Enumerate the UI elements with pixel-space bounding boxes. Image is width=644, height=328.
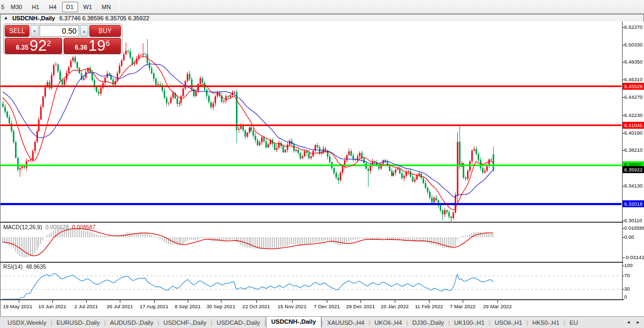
buy-button[interactable]: BUY	[89, 25, 121, 37]
timeframe-button-m30[interactable]: M30	[6, 2, 26, 12]
price-axis-label: 6.46310	[624, 76, 644, 83]
time-axis-label: 15 Nov 2021	[275, 303, 309, 309]
price-axis-label: 6.34130	[624, 182, 644, 189]
price-axis-label: 6.48350	[624, 58, 644, 65]
bid-price-big: 92	[29, 38, 47, 53]
chart-tab-uk100-h1[interactable]: UK100-,H1	[450, 318, 489, 327]
timeframe-button-mn[interactable]: MN	[97, 2, 115, 12]
volume-increase-button[interactable]: ▲	[80, 25, 88, 37]
ask-price-small: 6.36	[75, 44, 87, 51]
chart-tab-hk50-h1[interactable]: HK50-,H1	[528, 318, 564, 327]
chevron-up-icon: ▲	[82, 29, 86, 33]
chart-caption: ▲ USDCNH-,Daily 6.37746 6.38596 6.35705 …	[0, 14, 644, 21]
macd-signal-value: 0.008587	[72, 224, 96, 230]
chart-title: USDCNH-,Daily	[12, 15, 55, 21]
macd-value: 0.005628	[45, 224, 69, 230]
timeframe-toolbar: 5M30H1H4D1W1MN	[0, 0, 644, 14]
price-line-badge: 6.45528	[623, 83, 644, 90]
toolbar-divider	[119, 2, 119, 12]
chart-tab-usdchf-daily[interactable]: USDCHF-,Daily	[159, 318, 211, 327]
chart-tab-usdcnh-daily[interactable]: USDCNH-,Daily	[266, 316, 321, 328]
last-price-badge: 6.35922	[623, 166, 644, 173]
tab-scroll-left-icon[interactable]: ◄	[625, 319, 632, 326]
time-axis-label: 26 Jul 2021	[103, 303, 137, 309]
tab-scroll-right-icon[interactable]: ►	[634, 319, 642, 326]
bid-price-pip: 2	[47, 40, 51, 47]
time-axis-label: 22 Oct 2021	[239, 303, 273, 309]
timeframe-button-d1[interactable]: D1	[62, 2, 78, 12]
time-axis-label: 10 Jun 2021	[35, 303, 70, 309]
ask-price-panel[interactable]: 6.36 19 6	[64, 38, 121, 54]
chart-tab-ukoil-h4[interactable]: UKOil-,H4	[370, 318, 407, 327]
price-axis-label: 6.40190	[624, 129, 644, 136]
time-axis-label: 29 Mar 2022	[480, 303, 515, 309]
price-axis-label: 6.38210	[624, 146, 644, 153]
chart-tab-audusd-daily[interactable]: AUDUSD-,Daily	[106, 318, 158, 327]
rsi-name: RSI(14)	[3, 263, 22, 270]
ask-price-pip: 6	[105, 40, 110, 47]
time-axis-label: 8 Sep 2021	[171, 303, 205, 309]
time-axis-label: 20 Jan 2022	[378, 303, 412, 309]
price-axis-label: 6.30110	[624, 217, 644, 224]
collapse-triangle-icon[interactable]: ▲	[4, 15, 8, 21]
chart-tab-dj30-daily[interactable]: DJ30-,Daily	[408, 318, 448, 327]
ask-price-big: 19	[88, 38, 105, 53]
time-axis-label: 17 Aug 2021	[137, 303, 171, 309]
timeframe-button-h1[interactable]: H1	[27, 2, 43, 12]
bid-price-small: 6.35	[16, 44, 28, 51]
rsi-axis-100: 100	[624, 262, 644, 269]
volume-dropdown-button[interactable]: ▼	[30, 25, 39, 37]
rsi-axis-0: 0	[624, 293, 644, 300]
price-axis-label: 6.42230	[624, 112, 644, 119]
tab-scroll-buttons: ◄►	[625, 319, 644, 326]
chart-tab-usdcad-daily[interactable]: USDCAD-,Daily	[212, 318, 264, 327]
time-axis-label: 11 Feb 2022	[412, 303, 446, 309]
rsi-indicator-label: RSI(14) 48.9635	[3, 263, 46, 270]
macd-axis-zero-label: 0.00	[624, 233, 644, 240]
chart-area[interactable]: SELL ▼ ▲ BUY 6.35 92 2 6.36 19 6 MACD(	[0, 21, 644, 316]
chart-tab-usoil-h1[interactable]: USOil-,H1	[490, 318, 527, 327]
time-axis-label: 7 Mar 2022	[446, 303, 480, 309]
one-click-trading-panel: SELL ▼ ▲ BUY 6.35 92 2 6.36 19 6	[3, 24, 122, 54]
chevron-down-icon: ▼	[33, 29, 36, 33]
chart-tab-usdx-weekly[interactable]: USDX,Weekly	[3, 318, 51, 327]
price-axis-label: 6.44270	[624, 93, 644, 100]
rsi-axis-70: 70	[624, 272, 644, 279]
chart-tab-xauusd-h4[interactable]: XAUUSD-,H4	[323, 318, 369, 327]
chart-tab-eurusd-daily[interactable]: EURUSD-,Daily	[52, 318, 104, 327]
macd-axis-max-label: 0.016586	[624, 224, 644, 231]
bid-price-panel[interactable]: 6.35 92 2	[5, 38, 62, 54]
time-axis-label: 7 Dec 2021	[310, 303, 344, 309]
price-chart-canvas[interactable]	[1, 21, 644, 316]
price-axis-label: 6.52370	[624, 24, 644, 30]
time-axis-label: 2 Jul 2021	[69, 303, 103, 309]
macd-axis-min-label: -0.031421	[624, 254, 644, 261]
time-axis-label: 30 Sep 2021	[204, 303, 238, 309]
time-axis-label: 29 Dec 2021	[343, 303, 378, 309]
time-axis-label: 19 May 2021	[1, 303, 35, 309]
chart-ohlc-values: 6.37746 6.38596 6.35705 6.35922	[59, 15, 149, 21]
sell-button[interactable]: SELL	[5, 25, 29, 37]
volume-input[interactable]	[40, 25, 79, 37]
chart-tab-bar: USDX,Weekly|EURUSD-,Daily|AUDUSD-,Daily|…	[0, 316, 644, 328]
macd-name: MACD(12,26,9)	[3, 224, 42, 230]
rsi-value: 48.9635	[26, 263, 46, 270]
timeframe-button-w1[interactable]: W1	[79, 2, 97, 12]
price-line-badge: 6.41045	[623, 122, 644, 129]
rsi-axis-30: 30	[624, 285, 644, 292]
timeframe-button-5[interactable]: 5	[0, 2, 5, 12]
macd-indicator-label: MACD(12,26,9) 0.005628 0.008587	[3, 224, 96, 230]
timeframe-button-h4[interactable]: H4	[44, 2, 60, 12]
chart-tab-eu[interactable]: EU	[565, 318, 579, 327]
price-axis-label: 6.50330	[624, 41, 644, 48]
price-line-badge: 6.32018	[623, 200, 644, 207]
